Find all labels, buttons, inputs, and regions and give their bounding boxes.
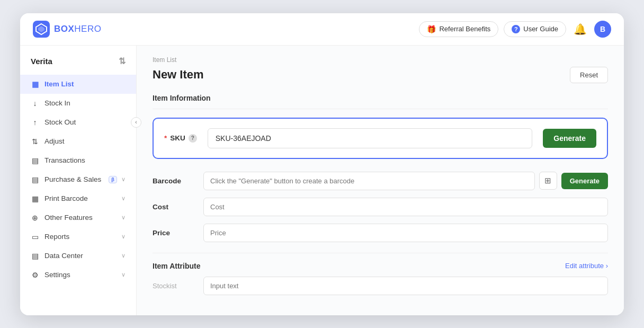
sku-input[interactable]: [208, 128, 533, 148]
reset-button[interactable]: Reset: [570, 67, 608, 83]
sidebar-item-other-features[interactable]: ⊕ Other Features ∨: [20, 208, 136, 227]
content-area: Item List New Item Reset Item Informatio…: [137, 46, 624, 315]
avatar-button[interactable]: B: [594, 21, 611, 38]
page-title: New Item: [153, 68, 204, 82]
barcode-scan-button[interactable]: ⊞: [539, 172, 557, 190]
stockist-input[interactable]: [203, 277, 608, 295]
transactions-icon: ▤: [31, 156, 39, 165]
header-actions: 🎁 Referral Benefits ? User Guide 🔔 B: [419, 21, 611, 38]
logo-text: BOXHERO: [54, 24, 101, 34]
data-center-chevron-icon: ∨: [121, 252, 126, 259]
settings-icon: ⚙: [31, 271, 39, 279]
sidebar-item-item-list[interactable]: ▦ Item List: [20, 75, 136, 94]
sidebar-item-stock-out[interactable]: ↑ Stock Out: [20, 113, 136, 132]
item-attribute-section: Item Attribute Edit attribute › Stockist: [153, 253, 608, 295]
attribute-title: Item Attribute: [153, 262, 200, 270]
barcode-input-group: ⊞ Generate: [203, 172, 608, 190]
purchase-sales-icon: ▤: [31, 175, 39, 184]
workspace-chevron-icon: ⇅: [119, 56, 126, 66]
breadcrumb: Item List: [153, 56, 608, 64]
main-layout: Verita ⇅ ‹ ▦ Item List ↓ Stock: [20, 46, 624, 315]
stock-in-icon: ↓: [31, 99, 39, 108]
sidebar: Verita ⇅ ‹ ▦ Item List ↓ Stock: [20, 46, 137, 315]
barcode-label: Barcode: [153, 177, 195, 185]
barcode-generate-button[interactable]: Generate: [561, 173, 608, 189]
sidebar-item-print-barcode[interactable]: ▦ Print Barcode ∨: [20, 189, 136, 208]
user-guide-button[interactable]: ? User Guide: [504, 21, 566, 37]
app-window: BOXHERO 🎁 Referral Benefits ? User Guide…: [20, 13, 624, 315]
settings-chevron-icon: ∨: [121, 271, 126, 278]
sidebar-nav: ‹ ▦ Item List ↓ Stock In ↑: [20, 75, 136, 285]
barcode-input[interactable]: [203, 172, 535, 190]
barcode-field-row: Barcode ⊞ Generate: [153, 172, 608, 190]
notification-button[interactable]: 🔔: [571, 21, 589, 38]
price-field-row: Price: [153, 224, 608, 242]
stock-out-icon: ↑: [31, 118, 39, 127]
print-barcode-icon: ▦: [31, 194, 39, 203]
referral-benefits-button[interactable]: 🎁 Referral Benefits: [419, 21, 498, 37]
purchase-sales-chevron-icon: ∨: [121, 176, 126, 183]
stockist-label: Stockist: [153, 282, 195, 290]
sidebar-item-stock-in[interactable]: ↓ Stock In: [20, 94, 136, 113]
workspace-selector[interactable]: Verita ⇅: [20, 54, 136, 75]
reports-icon: ▭: [31, 233, 39, 241]
sidebar-item-reports[interactable]: ▭ Reports ∨: [20, 227, 136, 246]
guide-icon: ?: [512, 25, 520, 33]
price-label: Price: [153, 229, 195, 237]
cost-field-row: Cost: [153, 198, 608, 216]
sidebar-item-data-center[interactable]: ▤ Data Center ∨: [20, 246, 136, 265]
sidebar-item-adjust[interactable]: ⇅ Adjust: [20, 132, 136, 151]
logo-icon: [33, 21, 50, 38]
sidebar-item-transactions[interactable]: ▤ Transactions: [20, 151, 136, 170]
cost-label: Cost: [153, 203, 195, 211]
cost-input[interactable]: [203, 198, 608, 216]
sku-field-container: * SKU ? Generate: [153, 118, 608, 159]
sidebar-collapse-button[interactable]: ‹: [131, 117, 141, 128]
reports-chevron-icon: ∨: [121, 233, 126, 240]
sku-required-mark: *: [164, 134, 167, 142]
referral-icon: 🎁: [427, 25, 436, 33]
logo-area: BOXHERO: [33, 21, 101, 38]
edit-attribute-link[interactable]: Edit attribute ›: [565, 262, 608, 270]
scan-icon: ⊞: [544, 176, 551, 185]
price-input[interactable]: [203, 224, 608, 242]
page-title-row: New Item Reset: [153, 67, 608, 83]
section-title: Item Information: [153, 94, 608, 109]
item-list-icon: ▦: [31, 80, 39, 88]
other-features-chevron-icon: ∨: [121, 214, 126, 221]
beta-badge: β: [109, 176, 117, 183]
print-barcode-chevron-icon: ∨: [121, 195, 126, 202]
other-features-icon: ⊕: [31, 214, 39, 222]
sku-help-icon[interactable]: ?: [189, 134, 197, 143]
sku-label: * SKU ?: [164, 134, 197, 143]
stockist-row: Stockist: [153, 277, 608, 295]
sidebar-item-settings[interactable]: ⚙ Settings ∨: [20, 265, 136, 285]
sku-generate-button[interactable]: Generate: [543, 129, 596, 148]
attribute-header: Item Attribute Edit attribute ›: [153, 262, 608, 270]
data-center-icon: ▤: [31, 252, 39, 260]
adjust-icon: ⇅: [31, 137, 39, 146]
header: BOXHERO 🎁 Referral Benefits ? User Guide…: [20, 13, 624, 46]
sidebar-item-purchase-sales[interactable]: ▤ Purchase & Sales β ∨: [20, 170, 136, 189]
